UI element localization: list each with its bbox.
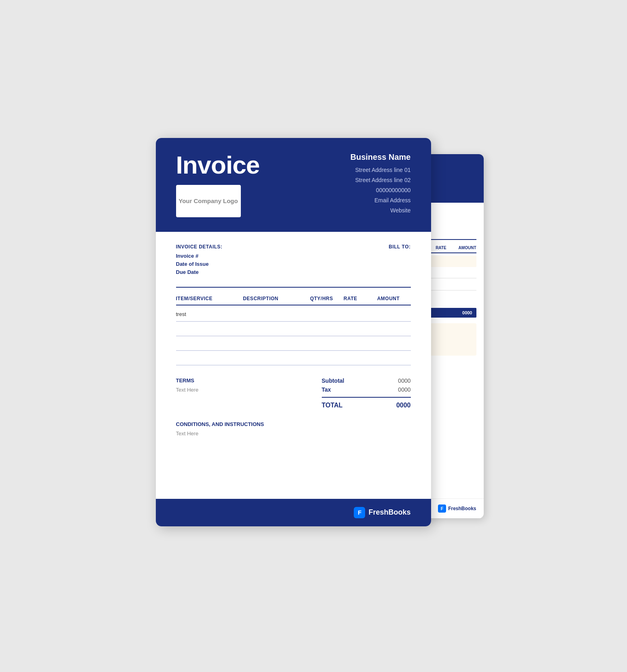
front-body: INVOICE DETAILS: Invoice # Date of Issue… [156,232,431,449]
business-name: Business Name [351,153,411,162]
invoice-scene: INVOICE DETAILS: Invoice # 0000 Date of … [156,138,472,534]
row2-qty [310,326,344,332]
invoice-details-label: INVOICE DETAILS: [176,244,223,250]
back-freshbooks-icon: F [438,505,446,513]
total-label: TOTAL [322,402,343,409]
row3-rate [344,340,377,346]
subtotal-key: Subtotal [322,377,344,384]
col-amount: AMOUNT [377,296,411,301]
terms-section: TERMS Text Here [176,377,322,409]
total-value: 0000 [396,402,411,409]
bill-to-label: BILL TO: [389,244,410,250]
back-amount-col: AMOUNT [459,246,476,250]
front-footer: F FreshBooks [156,499,431,526]
email: Email Address [351,195,411,206]
items-table-header: ITEM/SERVICE DESCRIPTION QTY/HRS RATE AM… [176,296,411,305]
due-date-label: Due Date [176,269,223,275]
row2-item [176,326,243,332]
street-address-1: Street Address line 01 [351,165,411,175]
row4-rate [344,355,377,361]
col-rate: RATE [344,296,377,301]
row4-description [243,355,310,361]
totals-section: Subtotal 0000 Tax 0000 TOTAL 0000 [322,377,411,409]
table-row: trest [176,307,411,322]
row3-qty [310,340,344,346]
terms-text: Text Here [176,387,322,393]
back-freshbooks-logo: F FreshBooks [438,505,476,513]
tax-val: 0000 [398,386,410,393]
row1-amount [377,311,411,317]
col-qty: QTY/HRS [310,296,344,301]
col-item: ITEM/SERVICE [176,296,243,301]
logo-text: Your Company Logo [179,197,238,205]
grand-total-row: TOTAL 0000 [322,402,411,409]
row3-description [243,340,310,346]
tax-row: Tax 0000 [322,386,411,393]
row1-qty [310,311,344,317]
business-info: Street Address line 01 Street Address li… [351,165,411,216]
back-rate-col: RATE [436,246,446,250]
col-description: DESCRIPTION [243,296,310,301]
website: Website [351,206,411,216]
row4-item [176,355,243,361]
phone: 00000000000 [351,185,411,195]
back-total-value: 0000 [462,310,472,315]
conditions-section: CONDITIONS, AND INSTRUCTIONS Text Here [176,421,411,437]
total-divider [322,397,411,398]
freshbooks-logo: F FreshBooks [354,507,410,518]
bottom-section: TERMS Text Here Subtotal 0000 Tax 0000 T… [176,377,411,409]
invoice-title: Invoice [176,153,260,178]
invoice-number-label: Invoice # [176,253,223,259]
table-row [176,336,411,351]
row4-amount [377,355,411,361]
front-header-left: Invoice Your Company Logo [176,153,260,217]
table-row [176,322,411,336]
row3-amount [377,340,411,346]
conditions-text: Text Here [176,430,411,437]
front-header-right: Business Name Street Address line 01 Str… [351,153,411,216]
freshbooks-icon: F [354,507,365,518]
subtotal-val: 0000 [398,377,410,384]
row2-amount [377,326,411,332]
row3-item [176,340,243,346]
details-section: INVOICE DETAILS: Invoice # Date of Issue… [176,244,411,277]
invoice-front-card: Invoice Your Company Logo Business Name … [156,138,431,526]
row1-description [243,311,310,317]
details-left: INVOICE DETAILS: Invoice # Date of Issue… [176,244,223,277]
front-header: Invoice Your Company Logo Business Name … [156,138,431,232]
freshbooks-label: FreshBooks [368,508,410,517]
conditions-label: CONDITIONS, AND INSTRUCTIONS [176,421,411,427]
items-table: ITEM/SERVICE DESCRIPTION QTY/HRS RATE AM… [176,296,411,365]
date-of-issue-label: Date of Issue [176,261,223,267]
row4-qty [310,355,344,361]
row2-description [243,326,310,332]
table-row [176,351,411,365]
terms-label: TERMS [176,377,322,384]
row2-rate [344,326,377,332]
row1-rate [344,311,377,317]
logo-box: Your Company Logo [176,185,241,217]
row1-item: trest [176,311,243,317]
street-address-2: Street Address line 02 [351,175,411,185]
back-freshbooks-label: FreshBooks [448,506,476,511]
details-right: BILL TO: [389,244,410,277]
subtotal-row: Subtotal 0000 [322,377,411,384]
tax-key: Tax [322,386,331,393]
section-divider-1 [176,287,411,288]
